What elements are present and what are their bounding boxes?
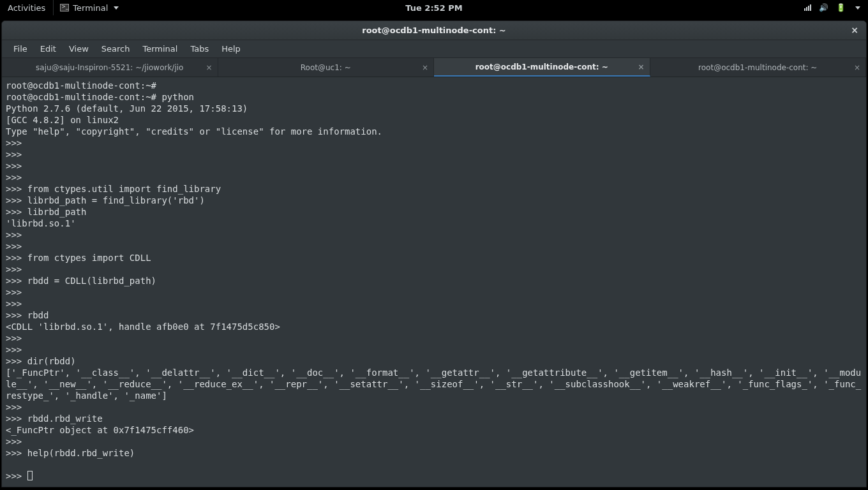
terminal-line: >>> librbd_path xyxy=(6,207,86,217)
close-icon[interactable]: × xyxy=(422,63,428,72)
terminal-line: >>> xyxy=(6,471,27,481)
terminal-line: >>> librbd_path = find_library('rbd') xyxy=(6,195,205,205)
close-icon[interactable]: × xyxy=(854,63,860,72)
activities-button[interactable]: Activities xyxy=(0,0,54,15)
tab-label: Root@uc1: ~ xyxy=(301,63,351,72)
menubar: File Edit View Search Terminal Tabs Help xyxy=(2,40,866,58)
terminal-line: >>> xyxy=(6,345,22,355)
terminal-tab[interactable]: root@ocdb1-multinode-cont: ~× xyxy=(434,58,650,77)
terminal-line: >>> xyxy=(6,299,22,309)
terminal-window: root@ocdb1-multinode-cont: ~ × File Edit… xyxy=(1,20,867,487)
terminal-line: >>> xyxy=(6,436,22,447)
menu-help[interactable]: Help xyxy=(216,41,246,56)
terminal-line: >>> xyxy=(6,241,22,251)
terminal-line: >>> rbdd.rbd_write xyxy=(6,413,103,424)
window-title: root@ocdb1-multinode-cont: ~ xyxy=(362,26,506,35)
tab-label: root@ocdb1-multinode-cont: ~ xyxy=(698,63,817,72)
terminal-tab[interactable]: saju@saju-Inspiron-5521: ~/jiowork/jio× xyxy=(2,58,218,77)
terminal-line: ['_FuncPtr', '__class__', '__delattr__',… xyxy=(6,368,861,401)
app-indicator-label: Terminal xyxy=(73,3,108,13)
terminal-icon xyxy=(60,4,69,11)
terminal-line: >>> xyxy=(6,264,22,274)
terminal-line: >>> from ctypes.util import find_library xyxy=(6,184,221,194)
tab-label: saju@saju-Inspiron-5521: ~/jiowork/jio xyxy=(36,63,183,72)
terminal-content[interactable]: root@ocdb1-multinode-cont:~# root@ocdb1-… xyxy=(2,77,866,487)
terminal-line: >>> xyxy=(6,333,22,343)
gnome-topbar: Activities Terminal Tue 2:52 PM 🔊 🔋 xyxy=(0,0,868,15)
terminal-line: >>> rbdd = CDLL(librbd_path) xyxy=(6,276,156,286)
terminal-line: Type "help", "copyright", "credits" or "… xyxy=(6,126,382,137)
terminal-line: >>> xyxy=(6,161,22,171)
menu-edit[interactable]: Edit xyxy=(35,41,61,56)
terminal-line: <CDLL 'librbd.so.1', handle afb0e0 at 7f… xyxy=(6,322,280,332)
system-tray[interactable]: 🔊 🔋 xyxy=(804,3,868,12)
terminal-line: >>> help(rbdd.rbd_write) xyxy=(6,448,135,458)
terminal-line: >>> xyxy=(6,287,22,297)
terminal-tab[interactable]: root@ocdb1-multinode-cont: ~× xyxy=(650,58,867,77)
menu-search[interactable]: Search xyxy=(96,41,135,56)
terminal-line: Python 2.7.6 (default, Jun 22 2015, 17:5… xyxy=(6,103,248,114)
close-icon[interactable]: × xyxy=(638,63,644,71)
terminal-line: >>> xyxy=(6,149,22,160)
menu-tabs[interactable]: Tabs xyxy=(185,41,214,56)
terminal-tab[interactable]: Root@uc1: ~× xyxy=(218,58,435,77)
terminal-line: root@ocdb1-multinode-cont:~# python xyxy=(6,92,194,102)
terminal-line: >>> xyxy=(6,138,22,148)
battery-icon: 🔋 xyxy=(836,3,846,12)
tab-label: root@ocdb1-multinode-cont: ~ xyxy=(475,63,608,71)
app-indicator[interactable]: Terminal xyxy=(54,0,125,15)
terminal-line: [GCC 4.8.2] on linux2 xyxy=(6,115,119,125)
window-titlebar[interactable]: root@ocdb1-multinode-cont: ~ × xyxy=(2,21,866,40)
close-icon[interactable]: × xyxy=(206,63,212,72)
terminal-line: root@ocdb1-multinode-cont:~# xyxy=(6,80,156,91)
terminal-line: >>> xyxy=(6,230,22,240)
tab-bar: saju@saju-Inspiron-5521: ~/jiowork/jio×R… xyxy=(2,58,866,77)
chevron-down-icon xyxy=(855,6,860,10)
terminal-line: >>> xyxy=(6,172,22,182)
terminal-line: >>> rbdd xyxy=(6,310,49,320)
terminal-line: 'librbd.so.1' xyxy=(6,218,76,228)
chevron-down-icon xyxy=(114,6,119,10)
close-icon[interactable]: × xyxy=(849,25,860,35)
clock[interactable]: Tue 2:52 PM xyxy=(405,3,462,13)
terminal-line: >>> from ctypes import CDLL xyxy=(6,253,151,263)
menu-terminal[interactable]: Terminal xyxy=(137,41,183,56)
terminal-line: >>> xyxy=(6,402,22,412)
network-icon xyxy=(804,4,811,11)
menu-view[interactable]: View xyxy=(64,41,94,56)
menu-file[interactable]: File xyxy=(8,41,33,56)
volume-icon: 🔊 xyxy=(819,3,828,12)
terminal-line: >>> dir(rbdd) xyxy=(6,356,76,366)
cursor xyxy=(27,471,33,480)
terminal-line: <_FuncPtr object at 0x7f1475cff460> xyxy=(6,425,194,435)
